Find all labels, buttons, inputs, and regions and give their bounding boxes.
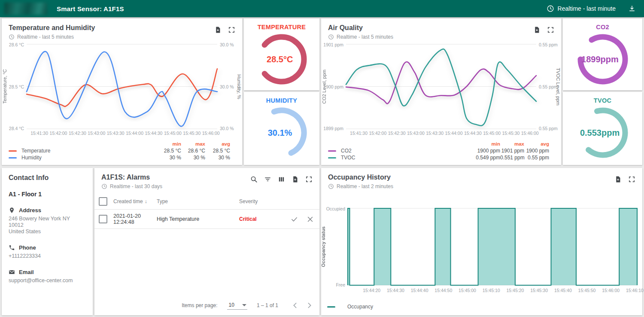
page-range-label: 1 – 1 of 1 bbox=[257, 302, 278, 308]
stats-max-header: max bbox=[500, 141, 524, 146]
co2-gauge-card: CO2 1899ppm bbox=[563, 18, 642, 90]
sort-desc-icon: ↓ bbox=[145, 198, 147, 204]
fullscreen-icon bbox=[628, 176, 635, 183]
export-icon bbox=[533, 26, 541, 34]
row-checkbox[interactable] bbox=[99, 215, 107, 223]
alarms-table: Created time ↓ Type Severity 2021-01-20 … bbox=[94, 194, 319, 229]
panel-timewindow: Realtime - last 5 minutes bbox=[17, 34, 74, 40]
dashboard-title: Smart Sensor: A1F1S bbox=[57, 5, 124, 12]
chevron-down-icon bbox=[242, 304, 246, 306]
panel-title: Air Quality bbox=[328, 24, 529, 32]
fullscreen-button[interactable] bbox=[626, 174, 637, 185]
temperature-humidity-panel: Temperature and Humidity Realtime - last… bbox=[2, 18, 242, 165]
x-tick-label: 15:41:30 bbox=[350, 131, 368, 136]
fullscreen-button[interactable] bbox=[303, 174, 314, 185]
panel-title: Occupancy History bbox=[328, 174, 610, 181]
x-tick-label: 15:44:50 bbox=[434, 288, 452, 293]
legend-row[interactable]: TVOC 0.549 ppm 0.551 ppm 0.55 ppm bbox=[328, 154, 549, 161]
x-tick-label: 15:46:00 bbox=[602, 288, 620, 293]
filter-button[interactable] bbox=[262, 174, 273, 185]
contact-info-panel: Contact Info A1 - Floor 1 Address 246 Bo… bbox=[2, 168, 93, 315]
timewindow-label: Realtime - last minute bbox=[558, 5, 616, 12]
download-icon bbox=[628, 5, 636, 12]
x-tick-label: 15:44:00 bbox=[445, 131, 463, 136]
created-time-header[interactable]: Created time ↓ bbox=[113, 198, 157, 204]
x-tick-label: 15:44:30 bbox=[145, 131, 163, 136]
export-button[interactable] bbox=[289, 174, 301, 185]
axis-tick: 30.0 % bbox=[220, 84, 234, 89]
stats-max-header: max bbox=[181, 141, 205, 146]
phone-label: Phone bbox=[19, 244, 36, 251]
export-button[interactable] bbox=[612, 174, 623, 185]
legend-row[interactable]: Occupancy bbox=[327, 304, 642, 310]
phone-value: +1112223334 bbox=[9, 253, 86, 259]
legend-row[interactable]: Humidity 30 % 30 % 30 % bbox=[9, 154, 230, 161]
x-tick-label: 15:43:30 bbox=[107, 131, 125, 136]
x-tick-label: 15:41:30 bbox=[30, 131, 48, 136]
gauge-value: 28.5°C bbox=[267, 55, 293, 64]
location-pin-icon bbox=[9, 207, 15, 213]
previous-page-button[interactable] bbox=[288, 298, 302, 313]
next-page-button[interactable] bbox=[302, 298, 317, 313]
chevron-left-icon bbox=[293, 302, 297, 308]
axis-tick: 30.0 % bbox=[220, 42, 234, 47]
severity-header[interactable]: Severity bbox=[239, 198, 291, 204]
search-button[interactable] bbox=[248, 174, 259, 185]
envelope-icon bbox=[9, 269, 15, 275]
export-icon bbox=[614, 176, 622, 183]
x-tick-label: 15:42:00 bbox=[369, 131, 386, 136]
x-tick-label: 15:46:00 bbox=[202, 131, 220, 136]
x-tick-label: 15:45:50 bbox=[578, 288, 596, 293]
x-tick-label: 15:45:40 bbox=[554, 288, 572, 293]
legend-row[interactable]: CO2 1900 ppm 1901 ppm 1900 ppm bbox=[328, 147, 549, 154]
x-tick-label: 15:44:40 bbox=[411, 288, 428, 293]
items-per-page-select[interactable]: 10 bbox=[227, 301, 247, 310]
temperature-humidity-chart bbox=[27, 44, 217, 129]
x-axis-ticks: 15:44:2015:44:3015:44:4015:44:5015:45:00… bbox=[348, 288, 637, 294]
series-swatch bbox=[328, 150, 336, 152]
app-header: Smart Sensor: A1F1S Realtime - last minu… bbox=[0, 0, 644, 17]
x-tick-label: 15:43:00 bbox=[88, 131, 105, 136]
panel-title: A1F1S: Alarms bbox=[101, 174, 246, 181]
export-button[interactable] bbox=[531, 24, 542, 35]
app-logo[interactable] bbox=[4, 3, 47, 15]
axis-tick: 0.55 ppm bbox=[539, 126, 558, 131]
x-tick-label: 15:46:10 bbox=[626, 288, 644, 293]
stats-min-header: min bbox=[475, 141, 500, 146]
x-tick-label: 15:42:00 bbox=[50, 131, 67, 136]
gauge-title: CO2 bbox=[596, 24, 609, 30]
x-tick-label: 15:45:30 bbox=[183, 131, 200, 136]
select-all-checkbox[interactable] bbox=[99, 197, 107, 206]
panel-timewindow: Realtime - last 5 minutes bbox=[337, 34, 393, 40]
fullscreen-icon bbox=[305, 176, 313, 183]
series-swatch bbox=[328, 157, 336, 158]
acknowledge-icon[interactable] bbox=[291, 216, 298, 223]
clear-icon[interactable] bbox=[307, 216, 314, 223]
clock-icon bbox=[9, 34, 15, 40]
x-axis-ticks: 15:41:3015:42:0015:42:3015:43:0015:43:30… bbox=[27, 131, 217, 137]
x-tick-label: 15:43:00 bbox=[407, 131, 425, 136]
export-button[interactable] bbox=[212, 24, 223, 35]
download-button[interactable] bbox=[627, 3, 637, 14]
axis-tick: Occupied bbox=[326, 206, 345, 211]
alarm-row[interactable]: 2021-01-20 12:24:48 High Temperature Cri… bbox=[94, 210, 319, 229]
timewindow-button[interactable]: Realtime - last minute bbox=[547, 5, 616, 12]
panel-timewindow: Realtime - last 30 days bbox=[110, 183, 162, 189]
address-line2: United States bbox=[9, 229, 86, 235]
fullscreen-icon bbox=[228, 26, 235, 34]
table-pagination: Items per page: 10 1 – 1 of 1 bbox=[94, 296, 319, 315]
columns-button[interactable] bbox=[276, 174, 287, 185]
left-axis-title: Temperature, °C bbox=[2, 69, 7, 104]
address-label: Address bbox=[19, 207, 41, 213]
x-tick-label: 15:45:30 bbox=[502, 131, 519, 136]
fullscreen-button[interactable] bbox=[226, 24, 237, 35]
fullscreen-button[interactable] bbox=[545, 24, 556, 35]
search-icon bbox=[250, 176, 258, 183]
temperature-gauge-card: TEMPERATURE 28.5°C bbox=[244, 18, 319, 90]
export-icon bbox=[214, 26, 222, 34]
legend-row[interactable]: Temperature 28.5 °C 28.6 °C 28.5 °C bbox=[9, 147, 230, 154]
email-label: Email bbox=[19, 269, 34, 275]
type-header[interactable]: Type bbox=[157, 198, 239, 204]
x-tick-label: 15:42:30 bbox=[69, 131, 86, 136]
gauge-value: 1899ppm bbox=[581, 55, 619, 64]
